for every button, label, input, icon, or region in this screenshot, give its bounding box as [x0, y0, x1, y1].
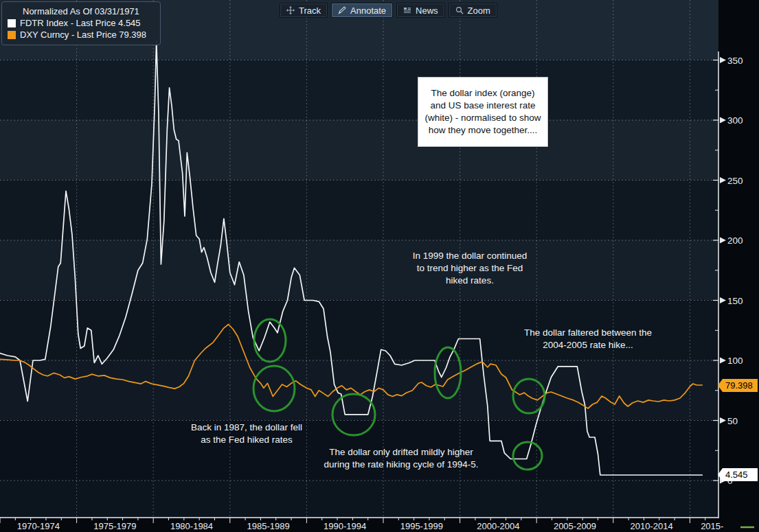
y-axis-tick-arrow-icon	[720, 417, 726, 424]
y-axis-tick-arrow-icon	[720, 117, 726, 124]
zoom-button-label: Zoom	[468, 5, 490, 16]
background-band	[0, 181, 718, 241]
legend-title: Normalized As Of 03/31/1971	[8, 5, 155, 17]
y-axis-tick-arrow-icon	[720, 238, 726, 244]
track-icon	[286, 6, 295, 14]
x-axis-label: 1990-1994	[324, 521, 366, 531]
background-band	[0, 60, 718, 121]
legend-label-dxy: DXY Curncy - Last Price 79.398	[20, 29, 146, 41]
x-axis-label: 1975-1979	[93, 521, 136, 531]
y-axis-tick-arrow-icon	[720, 177, 726, 183]
zoom-button[interactable]: Zoom	[449, 3, 497, 18]
y-axis-label: 350	[727, 56, 743, 66]
legend-row-dxy: DXY Curncy - Last Price 79.398	[8, 29, 155, 41]
x-axis-label: 2000-2004	[477, 521, 519, 531]
news-button-label: News	[416, 5, 438, 16]
annotate-button[interactable]: Annotate	[331, 3, 393, 18]
zoom-icon	[455, 6, 464, 14]
y-axis-label: 100	[727, 356, 743, 366]
news-button[interactable]: News	[396, 3, 445, 18]
y-axis-label: 150	[727, 296, 743, 306]
news-icon	[403, 6, 411, 14]
y-axis-label: 50	[727, 416, 738, 426]
annotation-1987[interactable]: Back in 1987, the dollar fell as the Fed…	[187, 421, 306, 446]
background-band	[0, 481, 718, 518]
annotate-icon	[338, 6, 346, 14]
x-axis-label: 1970-1974	[17, 521, 60, 531]
track-button[interactable]: Track	[280, 3, 328, 18]
legend-row-fdtr: FDTR Index - Last Price 4.545	[8, 17, 155, 29]
annotation-1999[interactable]: In 1999 the dollar continued to trend hi…	[411, 250, 529, 287]
dxy-swatch-icon	[8, 31, 16, 39]
fdtr-last-price-bubble: 4.545	[718, 468, 758, 481]
bloomberg-chart-window: 3503002502001501005001970-19741975-19791…	[0, 0, 759, 532]
x-axis-label: 2005-2009	[554, 521, 596, 531]
annotate-button-label: Annotate	[350, 5, 386, 16]
dxy-last-price-bubble: 79.398	[718, 379, 758, 392]
x-axis-label: 1995-1999	[400, 521, 443, 531]
y-axis-tick-arrow-icon	[720, 57, 726, 63]
y-axis-label: 300	[727, 115, 743, 126]
y-axis-label: 250	[727, 176, 743, 186]
x-axis-label: 2015-	[701, 521, 723, 531]
y-axis-tick-arrow-icon	[720, 297, 726, 303]
track-button-label: Track	[299, 5, 321, 16]
x-axis-label: 2010-2014	[631, 521, 673, 531]
annotation-note-box[interactable]: The dollar index (orange) and US base in…	[418, 77, 548, 147]
x-axis-label: 1985-1989	[247, 521, 290, 531]
y-axis-label: 200	[727, 235, 743, 246]
annotation-2004-2005[interactable]: The dollar faltered between the 2004-200…	[511, 327, 665, 351]
chart-legend[interactable]: Normalized As Of 03/31/1971 FDTR Index -…	[1, 1, 161, 45]
x-axis-label: 1980-1984	[170, 521, 213, 531]
y-axis-tick-arrow-icon	[720, 358, 726, 364]
annotation-1994-5[interactable]: The dollar only drifted mildly higher du…	[321, 446, 481, 471]
chart-toolbar: Track Annotate News Zoom	[280, 3, 497, 18]
legend-label-fdtr: FDTR Index - Last Price 4.545	[20, 17, 141, 29]
background-band	[0, 360, 718, 421]
fdtr-swatch-icon	[8, 19, 16, 27]
background-band	[0, 120, 718, 181]
background-band	[0, 240, 718, 301]
